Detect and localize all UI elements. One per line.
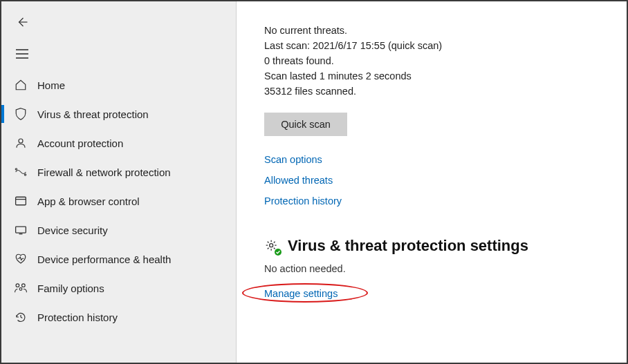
nav-app-browser[interactable]: App & browser control (1, 186, 236, 215)
nav-label: Protection history (37, 312, 118, 323)
nav-label: Virus & threat protection (37, 108, 149, 120)
nav-label: App & browser control (37, 195, 140, 207)
svg-point-10 (16, 284, 19, 287)
nav-label: Family options (37, 282, 104, 294)
svg-point-4 (15, 169, 17, 170)
nav-device-performance[interactable]: Device performance & health (1, 245, 236, 274)
manage-settings-link[interactable]: Manage settings (264, 288, 338, 299)
main-content: Current threats No current threats. Last… (237, 1, 627, 363)
scan-options-link[interactable]: Scan options (264, 154, 599, 165)
nav-label: Device security (37, 224, 108, 236)
svg-point-14 (270, 244, 273, 247)
family-icon (14, 281, 28, 295)
last-scan-text: Last scan: 2021/6/17 15:55 (quick scan) (264, 38, 599, 53)
allowed-threats-link[interactable]: Allowed threats (264, 175, 599, 186)
threat-links: Scan options Allowed threats Protection … (264, 154, 599, 207)
nav-protection-history[interactable]: Protection history (1, 303, 236, 332)
nav-virus-threat-protection[interactable]: Virus & threat protection (1, 99, 236, 128)
nav-family-options[interactable]: Family options (1, 274, 236, 303)
sidebar: Home Virus & threat protection Account p… (1, 1, 237, 363)
back-button[interactable] (8, 10, 36, 35)
firewall-icon (14, 165, 28, 179)
device-security-icon (14, 223, 28, 237)
app-browser-icon (14, 194, 28, 208)
nav-list: Home Virus & threat protection Account p… (1, 70, 236, 332)
nav-home[interactable]: Home (1, 70, 236, 99)
svg-point-3 (19, 139, 23, 143)
account-icon (14, 136, 28, 150)
svg-rect-6 (16, 197, 26, 204)
menu-button[interactable] (8, 41, 36, 66)
vtp-settings-title: Virus & threat protection settings (288, 237, 528, 255)
nav-label: Account protection (37, 137, 123, 149)
nav-label: Home (37, 79, 65, 91)
svg-rect-8 (16, 227, 26, 233)
quick-scan-button[interactable]: Quick scan (264, 113, 347, 136)
vtp-settings-section: Virus & threat protection settings No ac… (264, 237, 599, 299)
vtp-settings-status: No action needed. (264, 263, 599, 274)
svg-point-5 (24, 174, 26, 175)
no-threats-text: No current threats. (264, 23, 599, 38)
nav-account-protection[interactable]: Account protection (1, 128, 236, 157)
nav-device-security[interactable]: Device security (1, 215, 236, 245)
home-icon (14, 78, 28, 92)
heart-icon (14, 252, 28, 266)
protection-history-link[interactable]: Protection history (264, 195, 599, 207)
nav-label: Device performance & health (37, 253, 171, 265)
shield-icon (14, 107, 28, 121)
scan-duration-text: Scan lasted 1 minutes 2 seconds (264, 68, 599, 84)
threats-found-text: 0 threats found. (264, 53, 599, 68)
svg-point-12 (19, 288, 22, 291)
threat-status-block: No current threats. Last scan: 2021/6/17… (264, 23, 599, 99)
files-scanned-text: 35312 files scanned. (264, 84, 599, 99)
nav-label: Firewall & network protection (37, 166, 171, 178)
history-icon (14, 310, 28, 324)
settings-gear-icon (264, 238, 279, 253)
nav-firewall[interactable]: Firewall & network protection (1, 157, 236, 186)
svg-point-11 (22, 284, 26, 287)
